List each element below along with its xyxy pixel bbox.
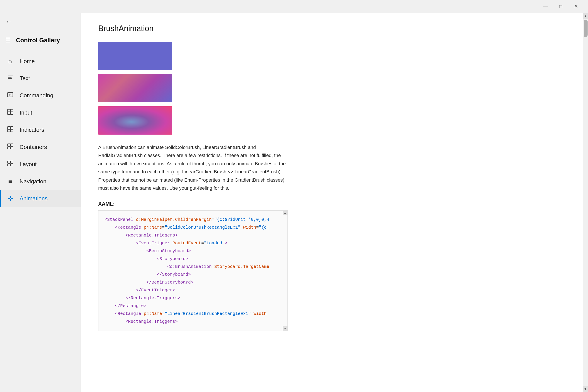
code-scroll-down-button[interactable]: ▼ bbox=[283, 326, 288, 331]
page-title: BrushAnimation bbox=[98, 24, 570, 33]
svg-rect-1 bbox=[8, 77, 12, 78]
sidebar-item-navigation[interactable]: ≡ Navigation bbox=[0, 173, 80, 190]
svg-rect-4 bbox=[8, 109, 10, 112]
layout-icon bbox=[6, 160, 14, 168]
animations-icon: ✛ bbox=[6, 195, 14, 202]
sidebar-item-containers[interactable]: Containers bbox=[0, 138, 80, 156]
home-icon: ⌂ bbox=[6, 58, 14, 65]
close-button[interactable]: ✕ bbox=[568, 1, 584, 12]
radial-gradient-brush-demo bbox=[98, 106, 172, 134]
code-block: <StackPanel c:MarginHelper.ChildrenMargi… bbox=[98, 210, 288, 331]
maximize-button[interactable]: □ bbox=[553, 1, 568, 12]
main-scroll-down-button[interactable]: ▼ bbox=[583, 386, 588, 392]
description-text: A BrushAnimation can animate SolidColorB… bbox=[98, 143, 288, 192]
navigation-icon: ≡ bbox=[6, 178, 14, 185]
window-controls: — □ ✕ bbox=[538, 1, 584, 12]
main-scroll-up-button[interactable]: ▲ bbox=[583, 13, 588, 19]
sidebar-item-animations[interactable]: ✛ Animations bbox=[0, 190, 80, 207]
svg-rect-16 bbox=[8, 161, 10, 163]
svg-rect-13 bbox=[10, 144, 13, 146]
code-line-11: </Rectangle.Triggers> bbox=[104, 294, 281, 302]
sidebar-item-commanding[interactable]: Commanding bbox=[0, 87, 80, 104]
solid-color-brush-demo bbox=[98, 42, 172, 70]
code-line-8: </Storyboard> bbox=[104, 271, 281, 278]
code-line-12: </Rectangle> bbox=[104, 302, 281, 310]
main-scrollbar-thumb[interactable] bbox=[584, 20, 588, 37]
minimize-button[interactable]: — bbox=[538, 1, 553, 12]
sidebar-item-indicators[interactable]: Indicators bbox=[0, 121, 80, 138]
sidebar-item-label-animations: Animations bbox=[20, 195, 48, 202]
sidebar-item-layout[interactable]: Layout bbox=[0, 156, 80, 173]
svg-rect-6 bbox=[8, 112, 10, 114]
code-line-7: <c:BrushAnimation Storyboard.TargetName bbox=[104, 263, 281, 271]
sidebar: ← ☰ Control Gallery ⌂ Home Text bbox=[0, 13, 80, 392]
sidebar-item-label-text: Text bbox=[20, 75, 30, 82]
input-icon bbox=[6, 109, 14, 116]
app-body: ← ☰ Control Gallery ⌂ Home Text bbox=[0, 13, 588, 392]
code-line-4: <EventTrigger RoutedEvent="Loaded"> bbox=[104, 239, 281, 247]
title-bar: — □ ✕ bbox=[0, 0, 588, 13]
linear-gradient-brush-demo bbox=[98, 74, 172, 102]
svg-rect-0 bbox=[8, 76, 13, 76]
svg-rect-7 bbox=[10, 112, 13, 114]
svg-rect-14 bbox=[8, 146, 10, 149]
code-line-9: </BeginStoryboard> bbox=[104, 278, 281, 286]
code-line-10: </EventTrigger> bbox=[104, 286, 281, 294]
sidebar-title: Control Gallery bbox=[16, 37, 60, 44]
sidebar-header: ☰ Control Gallery bbox=[0, 30, 80, 50]
svg-rect-18 bbox=[8, 164, 10, 166]
sidebar-item-label-commanding: Commanding bbox=[20, 92, 53, 99]
xaml-section: XAML: <StackPanel c:MarginHelper.Childre… bbox=[98, 201, 570, 331]
code-line-3: <Rectangle.Triggers> bbox=[104, 232, 281, 239]
demo-section bbox=[98, 42, 570, 134]
svg-rect-11 bbox=[10, 129, 13, 132]
svg-rect-19 bbox=[10, 164, 13, 166]
code-line-5: <BeginStoryboard> bbox=[104, 247, 281, 255]
hamburger-icon[interactable]: ☰ bbox=[5, 36, 11, 44]
sidebar-item-label-containers: Containers bbox=[20, 144, 47, 150]
code-line-13: <Rectangle p4:Name="LinearGradientBrushR… bbox=[104, 310, 281, 318]
main-scrollbar-track: ▲ ▼ bbox=[583, 13, 588, 392]
sidebar-item-label-input: Input bbox=[20, 109, 32, 116]
sidebar-item-label-home: Home bbox=[20, 58, 35, 65]
containers-icon bbox=[6, 143, 14, 151]
code-scroll-up-button[interactable]: ▲ bbox=[283, 210, 288, 216]
code-line-2: <Rectangle p4:Name="SolidColorBrushRecta… bbox=[104, 224, 281, 232]
sidebar-item-home[interactable]: ⌂ Home bbox=[0, 53, 80, 70]
code-line-1: <StackPanel c:MarginHelper.ChildrenMargi… bbox=[104, 216, 281, 224]
back-button[interactable]: ← bbox=[2, 15, 15, 28]
svg-rect-15 bbox=[10, 146, 13, 149]
svg-rect-2 bbox=[8, 78, 12, 79]
svg-rect-10 bbox=[8, 129, 10, 132]
nav-list: ⌂ Home Text bbox=[0, 50, 80, 392]
text-icon bbox=[6, 74, 14, 82]
sidebar-item-input[interactable]: Input bbox=[0, 104, 80, 121]
sidebar-item-label-layout: Layout bbox=[20, 161, 36, 168]
code-line-6: <Storyboard> bbox=[104, 255, 281, 263]
svg-rect-12 bbox=[8, 144, 10, 146]
commanding-icon bbox=[6, 92, 14, 99]
indicators-icon bbox=[6, 126, 14, 134]
sidebar-item-label-navigation: Navigation bbox=[20, 178, 46, 185]
code-line-14: <Rectangle.Triggers> bbox=[104, 318, 281, 326]
svg-rect-8 bbox=[8, 126, 10, 129]
svg-rect-9 bbox=[10, 126, 13, 129]
sidebar-item-label-indicators: Indicators bbox=[20, 126, 44, 133]
sidebar-item-text[interactable]: Text bbox=[0, 70, 80, 87]
content-area[interactable]: BrushAnimation A BrushAnimation can anim… bbox=[80, 13, 588, 392]
xaml-label: XAML: bbox=[98, 201, 570, 207]
svg-rect-17 bbox=[10, 161, 13, 163]
svg-rect-5 bbox=[10, 109, 13, 112]
